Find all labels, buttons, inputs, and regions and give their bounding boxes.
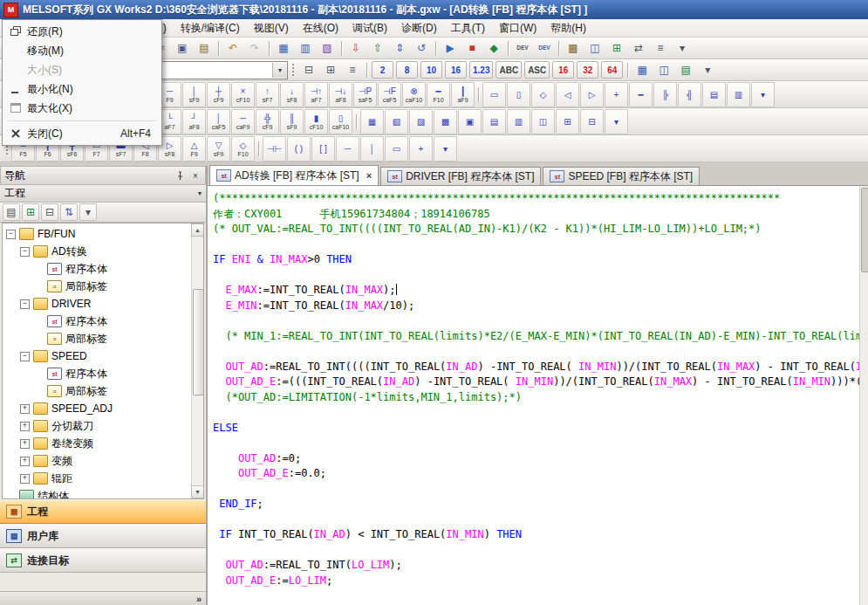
ladder-tool-button[interactable]: ⊟ [580, 109, 604, 134]
system-menu-item[interactable]: 最小化(N) [4, 79, 160, 99]
remote-operation-icon[interactable]: ↺ [411, 38, 432, 58]
ladder-tool-button[interactable]: ▷ [580, 82, 604, 107]
ladder-tool-button[interactable]: ▩ [434, 109, 457, 134]
tab-close-icon[interactable]: × [366, 171, 372, 181]
system-menu-item[interactable]: 大小(S) [4, 60, 160, 79]
ladder-aF8-button[interactable]: ┘aF8 [182, 109, 206, 134]
scrollbar-thumb[interactable] [861, 188, 868, 272]
tree-item[interactable]: −AD转换 [3, 243, 191, 260]
ladder-tool-button[interactable]: ▤ [482, 109, 506, 134]
overflow-chevron-icon[interactable]: ▾ [751, 82, 775, 107]
system-menu-item[interactable]: 移动(M) [4, 41, 160, 60]
ladder-cF10-button[interactable]: ×cF10 [231, 82, 255, 107]
menubar-item[interactable]: 视图(V) [247, 18, 296, 38]
ladder-caF9-button[interactable]: ─caF9 [231, 109, 255, 134]
st-editor-icon[interactable]: ▥ [295, 38, 316, 58]
expand-icon[interactable]: + [20, 404, 30, 414]
read-from-plc-icon[interactable]: ⇧ [367, 38, 388, 58]
undo-icon[interactable]: ↶ [222, 38, 243, 58]
ladder-tool-button[interactable]: + [605, 82, 628, 107]
ladder-tool-button[interactable]: ▥ [727, 82, 750, 107]
stop-monitor-icon[interactable]: ■ [461, 38, 482, 58]
dword-32-button[interactable]: 32 [577, 61, 598, 79]
overflow-chevron-icon[interactable]: ▾ [605, 109, 628, 134]
tree-item[interactable]: +卷绕变频 [3, 435, 191, 452]
tree-item[interactable]: ≡局部标签 [3, 278, 191, 295]
paste-icon[interactable]: ▤ [194, 38, 215, 58]
statement-display-icon[interactable]: ⊞ [320, 60, 341, 79]
ladder-F10-button[interactable]: ◇F10 [231, 136, 255, 162]
overflow-chevron-icon[interactable]: ▾ [697, 60, 718, 79]
ladder-tool-button[interactable]: [ ] [311, 136, 335, 162]
ascii-display-button[interactable]: ASC [524, 61, 550, 79]
tree-item[interactable]: st程序本体 [3, 260, 191, 278]
device-list-icon[interactable]: ≡ [650, 38, 671, 58]
radix-oct-button[interactable]: 8 [396, 61, 418, 79]
start-monitor-icon[interactable]: ▶ [440, 38, 461, 58]
ladder-F9-button[interactable]: △F9 [182, 136, 206, 162]
more-buttons-chevron[interactable]: » [196, 594, 202, 604]
ladder-aF9-button[interactable]: ┃aF9 [451, 82, 475, 107]
write-to-plc-icon[interactable]: ⇩ [345, 38, 366, 58]
radix-hex-button[interactable]: 16 [445, 61, 467, 79]
menubar-item[interactable]: 调试(B) [345, 18, 394, 38]
display-setting-icon[interactable]: ▤ [3, 203, 20, 221]
scrollbar-thumb[interactable] [193, 289, 204, 395]
expand-icon[interactable]: + [20, 457, 30, 466]
ladder-tool-button[interactable]: ◫ [531, 109, 555, 134]
ladder-tool-button[interactable]: ▥ [507, 109, 530, 134]
system-menu-item[interactable]: 最大化(X) [4, 99, 160, 118]
ladder-tool-button[interactable]: ▭ [482, 82, 506, 107]
tree-item[interactable]: st程序本体 [3, 313, 191, 330]
ladder-tool-button[interactable]: ▭ [385, 136, 408, 162]
tree-item[interactable]: −SPEED [3, 347, 191, 365]
ladder-editor-icon[interactable]: ▦ [273, 38, 294, 58]
ladder-tool-button[interactable]: ▯ [507, 82, 530, 107]
buffer-memory-icon[interactable]: ◫ [653, 60, 674, 79]
qword-64-button[interactable]: 64 [601, 61, 623, 79]
ladder-tool-button[interactable]: ▤ [702, 82, 726, 107]
sort-icon[interactable]: ⇅ [60, 203, 78, 221]
editor-scrollbar[interactable] [859, 186, 868, 605]
ladder-sF9-button[interactable]: ▽sF9 [207, 136, 230, 162]
tree-item[interactable]: +变频 [3, 452, 191, 470]
system-menu-item[interactable]: 关闭(C)Alt+F4 [4, 124, 160, 143]
expand-icon[interactable]: + [20, 439, 30, 449]
tree-item[interactable]: ≡局部标签 [3, 330, 191, 347]
tree-item[interactable]: −FB/FUN [3, 225, 191, 243]
real-display-button[interactable]: 1.23 [469, 61, 493, 79]
ladder-tool-button[interactable]: ( ) [287, 136, 311, 162]
ladder-tool-button[interactable]: ▨ [409, 109, 433, 134]
ladder-cF10-button[interactable]: ▮cF10 [304, 109, 328, 134]
ladder-aF7-button[interactable]: ⊣↑aF7 [304, 82, 328, 107]
melsoft-app-icon[interactable]: M [3, 3, 18, 17]
ladder-aF8-button[interactable]: ⊣↓aF8 [329, 82, 352, 107]
editor-tab[interactable]: stSPEED [FB] 程序本体 [ST] [543, 167, 700, 185]
collapse-icon[interactable]: − [20, 247, 30, 257]
ladder-caF10-button[interactable]: ⊗caF10 [402, 82, 426, 107]
ladder-tool-button[interactable]: ─ [336, 136, 359, 162]
nav-category-button[interactable]: ▤用户库 [0, 524, 206, 548]
copy-icon[interactable]: ▣ [172, 38, 193, 58]
ladder-tool-button[interactable]: ◁ [556, 82, 579, 107]
scrollbar-track[interactable] [192, 237, 203, 485]
new-data-icon[interactable]: ⊞ [22, 203, 39, 221]
ladder-cF9-button[interactable]: ╬cF9 [256, 109, 279, 134]
editor-tab[interactable]: stDRIVER [FB] 程序本体 [ST] [380, 167, 541, 185]
chevron-down-icon[interactable]: ▾ [198, 189, 202, 197]
ladder-sF8-button[interactable]: ↓sF8 [280, 82, 304, 107]
collapse-icon[interactable]: − [20, 352, 30, 361]
menubar-item[interactable]: 帮助(H) [543, 18, 593, 38]
ladder-caF5-button[interactable]: ⊣FcaF5 [378, 82, 401, 107]
collapse-all-icon[interactable]: ⊟ [41, 203, 58, 221]
menubar-item[interactable]: 在线(O) [296, 18, 345, 38]
tree-item[interactable]: ≡局部标签 [3, 382, 191, 400]
ladder-tool-button[interactable]: + [409, 136, 433, 162]
ladder-caF10-button[interactable]: ▯caF10 [329, 109, 352, 134]
menubar-item[interactable]: 诊断(D) [394, 18, 444, 38]
comment-display-icon[interactable]: ⊟ [298, 60, 319, 79]
tree-item[interactable]: +SPEED_ADJ [3, 400, 191, 417]
radix-dec-button[interactable]: 10 [420, 61, 442, 79]
intelligent-function-icon[interactable]: ◫ [584, 38, 605, 58]
nav-category-button[interactable]: ⇄连接目标 [0, 548, 206, 573]
